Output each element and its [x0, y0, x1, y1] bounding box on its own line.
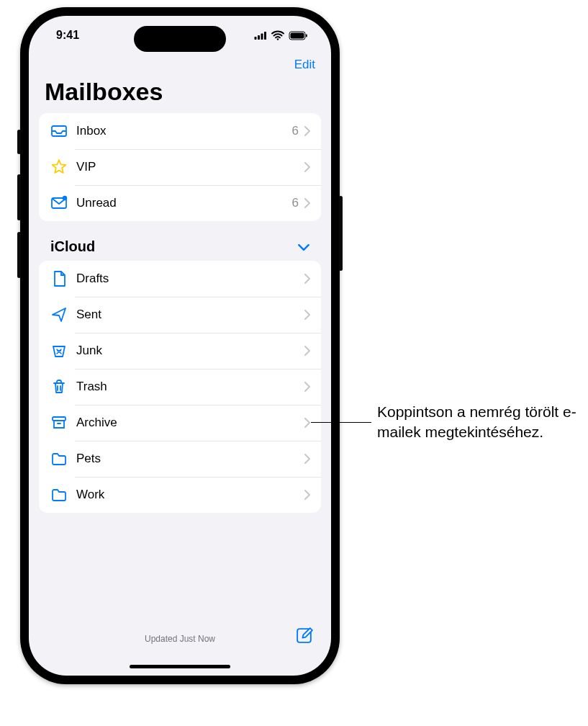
nav-bar: Edit	[29, 55, 331, 76]
mailbox-label: Sent	[69, 308, 304, 322]
power-button	[339, 196, 343, 271]
chevron-down-icon	[298, 238, 309, 255]
mailbox-row-inbox[interactable]: Inbox6	[39, 113, 321, 149]
chevron-right-icon	[304, 126, 311, 136]
compose-icon	[295, 637, 314, 647]
edit-button[interactable]: Edit	[294, 58, 315, 72]
mailbox-count: 6	[292, 124, 299, 138]
icloud-mailboxes-group: DraftsSentJunkTrashArchivePetsWork	[39, 261, 321, 513]
page-title: Mailboxes	[29, 76, 331, 113]
mailbox-label: Junk	[69, 344, 304, 358]
mailbox-label: VIP	[69, 160, 304, 174]
wifi-icon	[271, 30, 284, 40]
unread-icon	[49, 194, 69, 212]
chevron-right-icon	[304, 198, 311, 208]
callout-text: Koppintson a nemrég törölt e-mailek megt…	[377, 402, 579, 443]
mailbox-row-unread[interactable]: Unread6	[39, 185, 321, 221]
smart-mailboxes-group: Inbox6VIPUnread6	[39, 113, 321, 221]
chevron-right-icon	[304, 382, 311, 392]
chevron-right-icon	[304, 310, 311, 320]
chevron-right-icon	[304, 454, 311, 464]
callout-leader-line	[311, 422, 371, 423]
folder-icon	[49, 486, 69, 503]
status-text: Updated Just Now	[145, 634, 215, 644]
junk-icon	[49, 342, 69, 359]
section-title: iCloud	[50, 238, 95, 255]
mailbox-row-vip[interactable]: VIP	[39, 149, 321, 185]
mailbox-label: Unread	[69, 196, 292, 210]
folder-icon	[49, 450, 69, 467]
mailbox-label: Drafts	[69, 272, 304, 286]
volume-up-button	[17, 174, 21, 220]
mailbox-list: Inbox6VIPUnread6 iCloud DraftsSentJunkTr…	[29, 113, 331, 615]
mailbox-label: Trash	[69, 380, 304, 394]
side-button	[17, 130, 21, 154]
sent-icon	[49, 306, 69, 323]
mailbox-row-trash[interactable]: Trash	[39, 369, 321, 405]
drafts-icon	[49, 270, 69, 287]
phone-frame: 9:41 Edit Mailboxes Inbox6VIPUnread6 iCl…	[20, 7, 340, 684]
chevron-right-icon	[304, 418, 311, 428]
screen: 9:41 Edit Mailboxes Inbox6VIPUnread6 iCl…	[29, 16, 331, 676]
cellular-icon	[254, 31, 267, 40]
chevron-right-icon	[304, 162, 311, 172]
mailbox-row-archive[interactable]: Archive	[39, 405, 321, 441]
chevron-right-icon	[304, 490, 311, 500]
star-icon	[49, 158, 69, 176]
inbox-icon	[49, 122, 69, 140]
compose-button[interactable]	[295, 627, 314, 647]
volume-down-button	[17, 232, 21, 278]
mailbox-label: Pets	[69, 452, 304, 466]
battery-icon	[289, 31, 308, 40]
icloud-section-header[interactable]: iCloud	[39, 221, 321, 261]
mailbox-row-work[interactable]: Work	[39, 477, 321, 513]
home-indicator	[130, 665, 230, 668]
mailbox-label: Work	[69, 488, 304, 502]
mailbox-count: 6	[292, 196, 299, 210]
archive-icon	[49, 414, 69, 431]
mailbox-label: Archive	[69, 416, 304, 430]
chevron-right-icon	[304, 274, 311, 284]
mailbox-row-sent[interactable]: Sent	[39, 297, 321, 333]
chevron-right-icon	[304, 346, 311, 356]
mailbox-row-junk[interactable]: Junk	[39, 333, 321, 369]
mailbox-row-drafts[interactable]: Drafts	[39, 261, 321, 297]
dynamic-island	[134, 26, 226, 52]
trash-icon	[49, 378, 69, 395]
status-time: 9:41	[56, 29, 79, 42]
mailbox-label: Inbox	[69, 124, 292, 138]
mailbox-row-pets[interactable]: Pets	[39, 441, 321, 477]
